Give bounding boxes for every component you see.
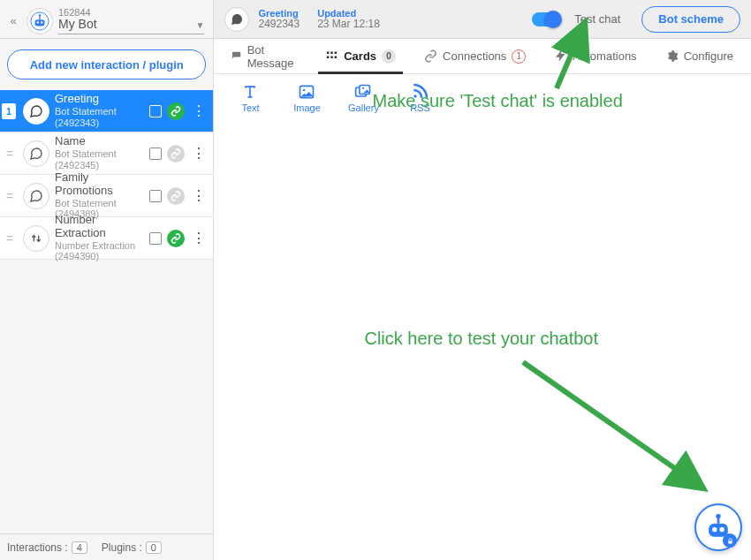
svg-point-22 <box>712 527 717 532</box>
link-icon <box>424 49 437 63</box>
breadcrumb-value: 23 Mar 12:18 <box>317 19 380 30</box>
tab-configure[interactable]: Configure <box>653 39 746 73</box>
drag-handle-icon[interactable]: = <box>2 189 18 203</box>
svg-rect-9 <box>327 57 330 59</box>
interaction-title: Greeting <box>55 93 149 106</box>
tool-text[interactable]: Text <box>231 83 269 113</box>
tab-label: Cards <box>344 49 376 63</box>
sidebar: « 162844 My Bot ▼ Add new interaction / … <box>0 0 214 560</box>
interaction-checkbox[interactable] <box>149 190 162 202</box>
text-icon <box>241 83 259 101</box>
svg-rect-10 <box>330 57 333 59</box>
cards-count-pill: 0 <box>382 49 396 64</box>
connections-count-pill: 1 <box>512 49 526 64</box>
tool-label: Text <box>241 102 259 113</box>
interaction-row[interactable]: = Family Promotions Bot Statement (24943… <box>0 175 213 217</box>
svg-point-13 <box>303 89 306 92</box>
speech-icon <box>23 98 49 125</box>
tab-connections[interactable]: Connections 1 <box>412 39 538 73</box>
svg-point-5 <box>39 14 42 17</box>
link-chip-on[interactable] <box>167 102 185 120</box>
svg-rect-6 <box>327 52 330 55</box>
drag-handle-icon[interactable]: = <box>2 231 18 246</box>
tabs: Bot Message Cards 0 Connections 1 Automa… <box>214 39 751 74</box>
robot-icon <box>30 11 49 31</box>
tab-label: Connections <box>443 49 506 63</box>
breadcrumb-interaction: Greeting 2492343 <box>258 8 300 30</box>
svg-line-19 <box>523 362 700 486</box>
gear-icon <box>665 49 679 63</box>
svg-rect-11 <box>335 57 338 59</box>
plugins-count: 0 <box>146 541 162 554</box>
interaction-checkbox[interactable] <box>149 105 162 117</box>
breadcrumb-updated: Updated 23 Mar 12:18 <box>317 8 380 30</box>
svg-rect-7 <box>330 52 333 55</box>
interaction-menu-button[interactable]: ⋮ <box>190 104 208 118</box>
interaction-row[interactable]: = Number Extraction Number Extraction (2… <box>0 217 213 260</box>
image-icon <box>298 83 315 101</box>
interaction-subtitle: Bot Statement (2492345) <box>55 148 149 170</box>
interaction-type-icon <box>224 7 249 32</box>
test-chat-toggle[interactable] <box>532 12 560 26</box>
topbar: Greeting 2492343 Updated 23 Mar 12:18 Te… <box>214 0 751 39</box>
chevron-down-icon: ▼ <box>196 20 205 30</box>
annotation-arrow-2 <box>514 353 717 512</box>
interaction-menu-button[interactable]: ⋮ <box>190 147 208 161</box>
tab-bot-message[interactable]: Bot Message <box>219 39 309 73</box>
annotation-text-1: Make sure 'Test chat' is enabled <box>372 91 622 111</box>
sidebar-footer: Interactions : 4 Plugins : 0 <box>0 534 213 560</box>
test-chat-fab[interactable] <box>694 503 742 551</box>
fab-lock-badge <box>723 534 737 548</box>
bot-name-label: My Bot <box>58 18 97 31</box>
interaction-row[interactable]: 1 Greeting Bot Statement (2492343) ⋮ <box>0 90 213 132</box>
main-panel: Greeting 2492343 Updated 23 Mar 12:18 Te… <box>214 0 751 560</box>
interaction-subtitle: Number Extraction (2494390) <box>55 240 149 262</box>
svg-point-25 <box>716 514 720 518</box>
interaction-title: Family Promotions <box>55 171 149 198</box>
interaction-menu-button[interactable]: ⋮ <box>190 231 208 246</box>
svg-point-16 <box>362 87 364 89</box>
svg-rect-8 <box>335 52 338 55</box>
speech-icon <box>23 140 49 167</box>
lightning-icon <box>554 49 567 63</box>
link-chip-off[interactable] <box>167 145 185 163</box>
gallery-icon <box>354 83 372 101</box>
updown-icon <box>23 225 49 252</box>
link-chip-off[interactable] <box>167 187 185 205</box>
lock-icon <box>726 537 734 545</box>
breadcrumb-value: 2492343 <box>258 19 300 30</box>
tab-cards[interactable]: Cards 0 <box>313 39 408 73</box>
interaction-title: Number Extraction <box>55 214 149 240</box>
bot-avatar[interactable] <box>27 8 53 34</box>
interaction-order-badge: 1 <box>2 103 16 119</box>
drag-handle-icon[interactable]: = <box>2 147 18 161</box>
bot-scheme-button[interactable]: Bot scheme <box>641 6 740 33</box>
interaction-row[interactable]: = Name Bot Statement (2492345) ⋮ <box>0 132 213 175</box>
svg-rect-1 <box>35 19 45 26</box>
interactions-label: Interactions : <box>7 541 68 554</box>
svg-point-3 <box>41 21 42 23</box>
link-chip-on[interactable] <box>167 230 185 247</box>
interaction-checkbox[interactable] <box>149 148 162 160</box>
interaction-title: Name <box>55 135 149 148</box>
interaction-list: 1 Greeting Bot Statement (2492343) ⋮ = N… <box>0 90 213 534</box>
tab-label: Configure <box>684 49 733 63</box>
svg-point-23 <box>720 527 724 532</box>
interaction-checkbox[interactable] <box>149 232 162 245</box>
plugins-label: Plugins : <box>102 541 142 554</box>
tool-image[interactable]: Image <box>288 83 325 113</box>
add-interaction-button[interactable]: Add new interaction / plugin <box>7 49 206 79</box>
test-chat-label: Test chat <box>574 12 620 26</box>
grid-icon <box>325 49 338 63</box>
svg-rect-26 <box>728 541 732 543</box>
annotation-text-2: Click here to test your chatbot <box>364 329 598 349</box>
bot-selector[interactable]: My Bot ▼ <box>58 18 204 34</box>
collapse-sidebar-button[interactable]: « <box>5 14 21 27</box>
tab-label: Automations <box>573 49 636 63</box>
interactions-count: 4 <box>72 541 87 554</box>
tab-automations[interactable]: Automations <box>542 39 649 73</box>
svg-point-2 <box>37 21 39 23</box>
interaction-menu-button[interactable]: ⋮ <box>190 189 208 203</box>
chat-icon <box>231 49 241 63</box>
tab-label: Bot Message <box>247 43 298 70</box>
